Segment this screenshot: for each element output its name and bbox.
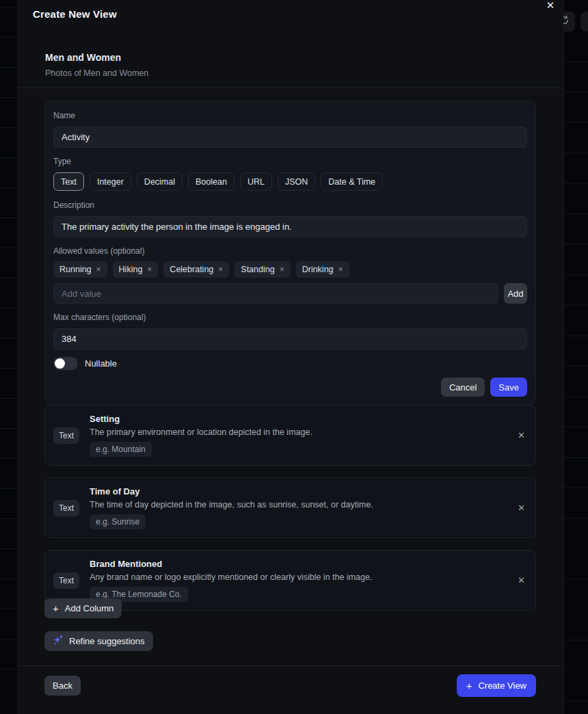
background-table-right: ... ... ... (563, 0, 588, 714)
type-label: Type (53, 157, 527, 167)
value-chip: Celebrating× (163, 261, 229, 278)
create-view-button[interactable]: + Create View (457, 674, 536, 697)
description-label: Description (53, 200, 527, 211)
add-column-label: Add Column (65, 603, 114, 613)
column-editor-card: Name Type Text Integer Decimal Boolean U… (44, 101, 536, 406)
create-view-label: Create View (478, 680, 526, 691)
background-table-left (0, 0, 17, 714)
view-name: Men and Women (45, 52, 121, 63)
type-option-url[interactable]: URL (240, 172, 272, 191)
value-chip: Running× (53, 261, 107, 278)
modal-title: Create New View (33, 8, 117, 20)
description-input[interactable] (53, 216, 527, 237)
allowed-values-chips: Running× Hiking× Celebrating× Standing× … (53, 261, 527, 278)
refine-suggestions-button[interactable]: Refine suggestions (44, 631, 153, 651)
toggle-knob (55, 358, 65, 369)
nullable-label: Nullable (85, 358, 117, 369)
add-value-button[interactable]: Add (504, 283, 527, 304)
type-options: Text Integer Decimal Boolean URL JSON Da… (53, 172, 527, 191)
chip-label: Drinking (302, 265, 334, 274)
allowed-values-label: Allowed values (optional) (53, 246, 527, 256)
close-icon[interactable]: ✕ (544, 0, 557, 12)
cancel-button[interactable]: Cancel (441, 378, 485, 397)
type-option-decimal[interactable]: Decimal (137, 172, 183, 191)
column-description: The time of day depicted in the image, s… (90, 500, 516, 510)
view-description: Photos of Men and Women (45, 68, 148, 78)
type-option-datetime[interactable]: Date & Time (321, 172, 383, 191)
type-badge: Text (53, 427, 79, 444)
remove-column-icon[interactable]: ✕ (516, 575, 527, 585)
name-input[interactable] (53, 127, 527, 148)
column-example-chip: e.g. Mountain (90, 442, 152, 457)
chip-label: Celebrating (170, 265, 213, 274)
value-chip: Standing× (235, 261, 290, 278)
value-chip: Drinking× (296, 261, 349, 278)
back-button[interactable]: Back (44, 676, 81, 696)
name-label: Name (53, 111, 527, 121)
remove-chip-icon[interactable]: × (147, 265, 152, 274)
add-column-button[interactable]: + Add Column (44, 598, 122, 618)
column-card-time-of-day: Text Time of Day The time of day depicte… (44, 477, 536, 538)
save-button[interactable]: Save (490, 378, 527, 397)
plus-icon: + (466, 680, 472, 691)
remove-column-icon[interactable]: ✕ (516, 503, 527, 513)
plus-icon: + (53, 603, 59, 613)
column-title: Time of Day (90, 486, 516, 497)
toolbar-button-clipped[interactable] (580, 12, 588, 31)
nullable-toggle[interactable] (53, 357, 78, 370)
add-value-input[interactable] (53, 283, 498, 304)
column-example-chip: e.g. Sunrise (90, 514, 146, 529)
column-title: Brand Mentioned (90, 559, 516, 569)
column-card-setting: Text Setting The primary environment or … (44, 405, 536, 466)
max-characters-input[interactable] (53, 328, 527, 349)
chip-label: Standing (241, 265, 274, 274)
type-badge: Text (53, 500, 79, 516)
remove-chip-icon[interactable]: × (280, 265, 284, 274)
type-badge: Text (53, 572, 79, 589)
column-title: Setting (90, 414, 516, 424)
divider (17, 665, 563, 666)
chip-label: Running (59, 265, 92, 274)
remove-column-icon[interactable]: ✕ (516, 430, 527, 440)
column-description: Any brand name or logo explicitly mentio… (90, 572, 516, 582)
type-option-boolean[interactable]: Boolean (188, 172, 235, 191)
chip-label: Hiking (119, 265, 143, 274)
remove-chip-icon[interactable]: × (96, 265, 101, 274)
type-option-text[interactable]: Text (53, 172, 84, 191)
refine-suggestions-label: Refine suggestions (69, 636, 145, 646)
type-option-integer[interactable]: Integer (90, 172, 131, 191)
divider (17, 88, 563, 88)
value-chip: Hiking× (113, 261, 159, 278)
remove-chip-icon[interactable]: × (338, 265, 343, 274)
remove-chip-icon[interactable]: × (218, 265, 223, 274)
sparkles-icon (53, 635, 64, 648)
suggested-columns-list: Text Setting The primary environment or … (44, 405, 536, 611)
max-characters-label: Max characters (optional) (53, 313, 527, 323)
create-new-view-modal: Create New View ✕ Men and Women Photos o… (17, 0, 563, 714)
column-description: The primary environment or location depi… (90, 427, 516, 437)
type-option-json[interactable]: JSON (278, 172, 315, 191)
